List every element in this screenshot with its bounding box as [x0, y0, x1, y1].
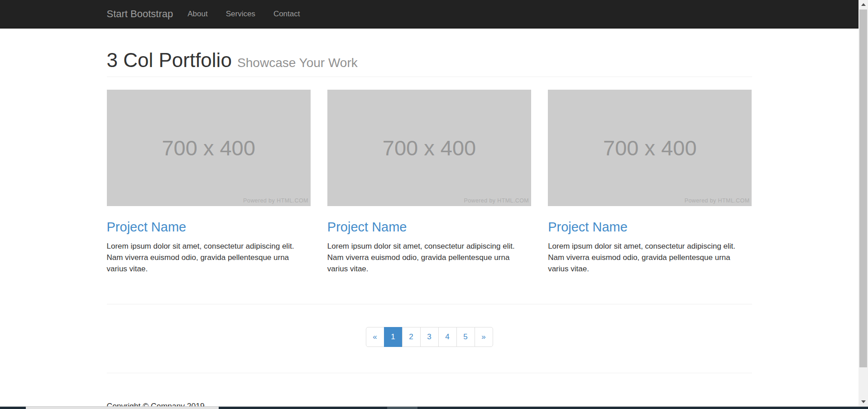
navbar-links: About Services Contact	[178, 10, 309, 19]
placeholder-watermark: Powered by HTML.COM	[464, 197, 529, 204]
arrow-down-icon	[861, 400, 866, 403]
project-description-3: Lorem ipsum dolor sit amet, consectetur …	[548, 241, 752, 274]
browser-viewport: Start Bootstrap About Services Contact 3…	[0, 0, 858, 406]
placeholder-size-label: 700 x 400	[603, 135, 696, 160]
scroll-down-button[interactable]	[858, 397, 868, 406]
scrollbar-thumb[interactable]	[859, 10, 867, 367]
page-title-text: 3 Col Portfolio	[107, 49, 232, 71]
pagination: « 1 2 3 4 5 »	[366, 327, 493, 347]
portfolio-card-2: 700 x 400 Powered by HTML.COM Project Na…	[327, 90, 531, 274]
nav-item-services: Services	[217, 10, 264, 19]
nav-link-services[interactable]: Services	[217, 10, 264, 19]
top-navbar: Start Bootstrap About Services Contact	[0, 0, 858, 29]
pagination-item: 3	[421, 327, 439, 347]
project-image-3[interactable]: 700 x 400 Powered by HTML.COM	[548, 90, 752, 206]
pagination-item: 2	[403, 327, 421, 347]
nav-item-about: About	[178, 10, 216, 19]
page-subtitle: Showcase Your Work	[237, 56, 358, 70]
pagination-page-3-button[interactable]: 3	[420, 327, 439, 347]
footer-copyright: Copyright © Company 2019	[107, 402, 752, 406]
project-description-2: Lorem ipsum dolor sit amet, consectetur …	[327, 241, 531, 274]
project-title-link-2[interactable]: Project Name	[327, 220, 407, 234]
pagination-page-2-button[interactable]: 2	[402, 327, 421, 347]
pagination-prev-button[interactable]: «	[366, 327, 384, 347]
nav-item-contact: Contact	[264, 10, 309, 19]
pagination-page-1-button[interactable]: 1	[384, 327, 403, 347]
taskbar-app-icon[interactable]	[387, 407, 417, 409]
pagination-page-5-button[interactable]: 5	[456, 327, 475, 347]
arrow-up-icon	[861, 3, 866, 6]
project-image-2[interactable]: 700 x 400 Powered by HTML.COM	[327, 90, 531, 206]
page-header: 3 Col Portfolio Showcase Your Work	[107, 49, 752, 77]
portfolio-row: 700 x 400 Powered by HTML.COM Project Na…	[107, 90, 752, 274]
navbar-brand[interactable]: Start Bootstrap	[107, 8, 173, 20]
scroll-up-button[interactable]	[858, 0, 868, 9]
page-title: 3 Col Portfolio Showcase Your Work	[107, 49, 752, 71]
project-title-link-3[interactable]: Project Name	[548, 220, 628, 234]
placeholder-watermark: Powered by HTML.COM	[685, 197, 750, 204]
pagination-page-4-button[interactable]: 4	[438, 327, 457, 347]
divider-above-footer	[107, 373, 752, 373]
portfolio-card-1: 700 x 400 Powered by HTML.COM Project Na…	[107, 90, 311, 274]
pagination-item: 4	[439, 327, 457, 347]
pagination-item: 5	[457, 327, 475, 347]
nav-link-about[interactable]: About	[178, 10, 216, 19]
project-description-1: Lorem ipsum dolor sit amet, consectetur …	[107, 241, 311, 274]
placeholder-size-label: 700 x 400	[162, 135, 255, 160]
taskbar-search-box[interactable]	[26, 407, 219, 409]
pagination-item: »	[475, 327, 493, 347]
pagination-next-button[interactable]: »	[475, 327, 493, 347]
project-title-link-1[interactable]: Project Name	[107, 220, 187, 234]
divider-above-pagination	[107, 304, 752, 304]
os-taskbar	[0, 406, 868, 409]
placeholder-size-label: 700 x 400	[383, 135, 476, 160]
pagination-item: 1	[384, 327, 403, 347]
project-image-1[interactable]: 700 x 400 Powered by HTML.COM	[107, 90, 311, 206]
project-title-heading: Project Name	[548, 220, 752, 235]
project-title-heading: Project Name	[107, 220, 311, 235]
portfolio-card-3: 700 x 400 Powered by HTML.COM Project Na…	[548, 90, 752, 274]
nav-link-contact[interactable]: Contact	[264, 10, 309, 19]
placeholder-watermark: Powered by HTML.COM	[243, 197, 308, 204]
vertical-scrollbar[interactable]	[858, 0, 868, 406]
project-title-heading: Project Name	[327, 220, 531, 235]
pagination-item: «	[366, 327, 384, 347]
